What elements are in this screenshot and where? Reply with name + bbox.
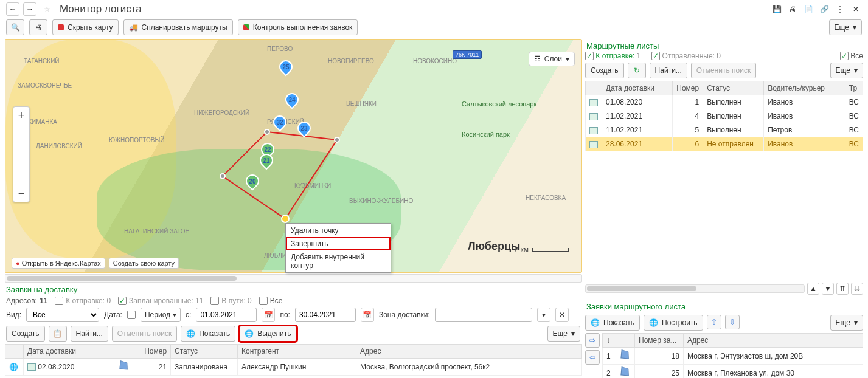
table-row[interactable]: 🌐 02.08.2020 21 Запланирована Александр … [5, 359, 582, 376]
col-index[interactable]: ↓ [603, 334, 617, 348]
create-request-button[interactable]: Создать [6, 326, 45, 342]
table-row[interactable]: 118Москва г, Энтузиастов ш, дом 20В [603, 348, 863, 365]
open-yandex-button[interactable]: ● Открыть в Яндекс.Картах [12, 258, 105, 269]
table-row[interactable]: 11.02.20215ВыполненПетровВС [586, 123, 863, 137]
col-box[interactable] [116, 345, 134, 359]
col-number[interactable]: Номер [134, 345, 171, 359]
col-addr[interactable]: Адрес [356, 345, 582, 359]
report-icon[interactable]: 📄 [802, 3, 814, 15]
routes-more-button[interactable]: Еще ▾ [830, 63, 863, 78]
to-send-checkbox[interactable] [55, 297, 63, 305]
zone-dropdown-button[interactable]: ▾ [537, 308, 550, 322]
plan-routes-button[interactable]: 🚚Спланировать маршруты [123, 19, 233, 35]
cancel-search-button[interactable]: Отменить поиск [112, 326, 177, 342]
ctx-delete-point[interactable]: Удалить точку [286, 224, 391, 237]
col-icon[interactable] [586, 81, 602, 95]
polygon-vertex[interactable] [264, 129, 270, 135]
col-status[interactable]: Статус [703, 81, 764, 95]
col-date[interactable]: Дата доставки [602, 81, 673, 95]
col-number[interactable]: Номер [673, 81, 703, 95]
map-marker[interactable]: 20 [246, 174, 259, 191]
in-transit-checkbox[interactable] [210, 297, 219, 305]
routes-all-checkbox[interactable]: ✓ [840, 52, 849, 60]
map-scroll[interactable] [5, 274, 582, 283]
planned-checkbox[interactable]: ✓ [118, 297, 127, 305]
table-nav-up[interactable]: ▲ [807, 283, 819, 295]
from-calendar-icon[interactable]: 📅 [262, 308, 275, 322]
find-button[interactable]: Найти... [71, 326, 108, 342]
move-right-button[interactable]: ⇨ [585, 333, 600, 348]
polygon-vertex-active[interactable] [281, 215, 290, 223]
table-nav-top[interactable]: ⇈ [836, 283, 849, 295]
zoom-out-button[interactable]: − [13, 185, 29, 202]
create-route-button[interactable]: Создать [585, 63, 624, 78]
close-icon[interactable]: ✕ [850, 3, 862, 15]
layers-button[interactable]: ☶Слои▾ [529, 52, 575, 66]
move-left-button[interactable]: ⇦ [585, 350, 600, 365]
print-icon[interactable]: 🖨 [786, 3, 799, 15]
select-button[interactable]: 🌐Выделить [239, 326, 296, 342]
save-icon[interactable]: 💾 [771, 3, 783, 15]
table-row[interactable]: 01.08.20201ВыполненИвановВС [586, 95, 863, 109]
from-date-input[interactable] [196, 308, 257, 322]
col-status[interactable]: Статус [171, 345, 238, 359]
table-nav-bottom[interactable]: ⇊ [851, 283, 863, 295]
to-date-input[interactable] [295, 308, 356, 322]
table-row[interactable]: 225Москва г, Плеханова ул, дом 30 [603, 365, 863, 379]
polygon-vertex[interactable] [334, 137, 340, 143]
col-date[interactable]: Дата доставки [24, 345, 116, 359]
col-tr[interactable]: Тр [845, 81, 863, 95]
zoom-in-button[interactable]: + [13, 107, 29, 124]
routes-scroll[interactable] [585, 284, 805, 293]
refresh-button[interactable]: ↻ [628, 63, 646, 78]
move-up-button[interactable]: ⇧ [707, 315, 721, 329]
requests-more-button[interactable]: Еще ▾ [547, 326, 580, 342]
col-icon[interactable] [5, 345, 24, 359]
map[interactable]: ТАГАНСКИЙ ЗАМОСКВОРЕЧЬЕ ЯКИМАНКА ДАНИЛОВ… [5, 39, 582, 273]
col-driver[interactable]: Водитель/курьер [764, 81, 845, 95]
rr-more-button[interactable]: Еще ▾ [830, 315, 863, 331]
col-num[interactable]: Номер за... [635, 334, 684, 348]
routes-to-send-checkbox[interactable]: ✓ [585, 52, 594, 60]
zone-clear-button[interactable]: ✕ [555, 308, 569, 322]
table-nav-down[interactable]: ▼ [822, 283, 834, 295]
print-button[interactable]: 🖨 [29, 19, 47, 35]
view-select[interactable]: Все [26, 308, 99, 322]
col-agent[interactable]: Контрагент [238, 345, 356, 359]
ctx-finish[interactable]: Завершить [286, 237, 391, 250]
routes-find-button[interactable]: Найти... [650, 63, 687, 78]
ctx-add-inner[interactable]: Добавить внутренний контур [286, 250, 391, 272]
map-marker[interactable]: 25 [279, 60, 293, 77]
date-checkbox[interactable] [127, 311, 136, 319]
period-select[interactable]: Период ▾ [141, 308, 181, 322]
kebab-icon[interactable]: ⋮ [834, 3, 846, 15]
routes-cancel-search-button[interactable]: Отменить поиск [691, 63, 756, 78]
favorite-button[interactable]: ☆ [40, 2, 54, 16]
show-button[interactable]: 🌐Показать [181, 326, 235, 342]
map-marker[interactable]: 21 [260, 154, 273, 171]
to-calendar-icon[interactable]: 📅 [361, 308, 374, 322]
link-icon[interactable]: 🔗 [818, 3, 830, 15]
routes-sent-checkbox[interactable]: ✓ [651, 52, 660, 60]
table-row[interactable]: 11.02.20214ВыполненИвановВС [586, 109, 863, 123]
create-map-button[interactable]: Создать свою карту [109, 258, 179, 269]
col-addr[interactable]: Адрес [684, 334, 863, 348]
hide-map-button[interactable]: Скрыть карту [52, 19, 119, 35]
zone-input[interactable] [435, 308, 532, 322]
all-checkbox[interactable] [259, 297, 268, 305]
map-marker[interactable]: 32 [273, 115, 286, 132]
forward-button[interactable]: → [23, 2, 36, 16]
search-button[interactable]: 🔍 [6, 19, 24, 35]
more-button[interactable]: Еще ▾ [829, 19, 862, 35]
map-marker[interactable]: 24 [285, 93, 299, 110]
col-box[interactable] [617, 334, 635, 348]
back-button[interactable]: ← [6, 2, 19, 16]
map-marker[interactable]: 23 [297, 122, 311, 139]
control-exec-button[interactable]: Контроль выполнения заявок [238, 19, 358, 35]
rr-build-button[interactable]: 🌐Построить [644, 315, 703, 331]
table-row-selected[interactable]: 28.06.20216Не отправленИвановВС [586, 137, 863, 151]
move-down-button[interactable]: ⇩ [725, 315, 740, 329]
rr-show-button[interactable]: 🌐Показать [585, 315, 640, 331]
copy-button[interactable]: 📋 [49, 326, 67, 342]
polygon-vertex[interactable] [220, 173, 226, 179]
